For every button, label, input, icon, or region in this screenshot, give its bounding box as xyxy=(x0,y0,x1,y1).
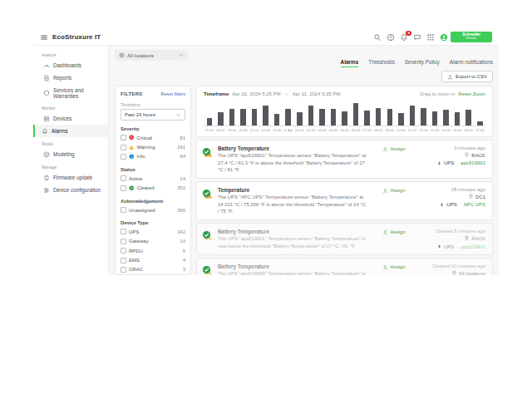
chart-bar[interactable] xyxy=(477,121,483,126)
chart-bar[interactable] xyxy=(353,103,359,126)
chart-bar[interactable] xyxy=(207,118,213,126)
filter-option-ems[interactable]: EMS 4 xyxy=(121,255,185,264)
reset-zoom-link[interactable]: Reset Zoom xyxy=(458,91,485,96)
chart-bar[interactable] xyxy=(252,109,258,126)
chart-bar[interactable] xyxy=(466,110,471,126)
filter-option-active[interactable]: Active 14 xyxy=(121,174,185,183)
chart-bar[interactable] xyxy=(387,109,393,126)
sidebar-item-alarms[interactable]: Alarms xyxy=(33,125,108,137)
alarm-location-row[interactable]: All locations xyxy=(451,270,485,275)
sidebar-item-reports[interactable]: Reports xyxy=(33,71,108,84)
x-axis-tick-label: 01:00 xyxy=(294,128,306,132)
chart-bar[interactable] xyxy=(240,109,246,126)
sidebar-item-device-configuration[interactable]: Device configuration xyxy=(33,184,108,196)
sidebar-item-modeling[interactable]: Modeling xyxy=(33,148,108,160)
tab-severity-policy[interactable]: Severity Policy xyxy=(405,59,440,67)
chart-bar[interactable] xyxy=(342,111,347,126)
chart-bar[interactable] xyxy=(285,109,291,126)
checkbox[interactable] xyxy=(121,135,126,140)
x-axis-tick-label: 20:00 xyxy=(238,128,249,132)
filter-option-gateway[interactable]: Gateway 14 xyxy=(121,237,185,246)
filter-group-label: Acknowledgement xyxy=(121,199,185,204)
search-icon xyxy=(373,33,382,42)
chart-bar[interactable] xyxy=(421,108,426,126)
assign-button[interactable]: Assign xyxy=(382,146,406,152)
tab-alarms[interactable]: Alarms xyxy=(341,59,359,67)
filter-option-crac[interactable]: CRAC 3 xyxy=(121,265,185,274)
server-icon xyxy=(43,116,50,122)
alarm-location-row[interactable]: RACK xyxy=(464,152,485,158)
device-link[interactable]: apc619901 xyxy=(461,160,485,165)
schneider-electric-logo[interactable]: Schneider Electric xyxy=(451,32,492,42)
sidebar-section-items: Dashboards Reports Services and Warranti… xyxy=(33,59,108,101)
device-link[interactable]: apc619901 xyxy=(461,244,485,249)
alarm-location: RACK xyxy=(471,236,485,241)
tab-thresholds[interactable]: Thresholds xyxy=(368,59,395,67)
bar-chart[interactable] xyxy=(204,102,485,126)
reset-filters-link[interactable]: Reset filters xyxy=(160,91,185,96)
checkbox[interactable] xyxy=(121,145,126,150)
search-button[interactable] xyxy=(373,33,382,42)
alarm-location-row[interactable]: DC1 xyxy=(468,194,485,200)
chart-bar[interactable] xyxy=(229,109,235,126)
filter-option-ups[interactable]: UPS 342 xyxy=(121,227,185,236)
chart-bar[interactable] xyxy=(274,114,280,126)
checkbox[interactable] xyxy=(121,154,126,160)
filter-option-rpdu[interactable]: RPDU 5 xyxy=(121,246,185,255)
chart-bar[interactable] xyxy=(376,108,382,126)
alarm-location-row[interactable]: RACK xyxy=(464,235,485,241)
chart-bar[interactable] xyxy=(432,111,438,126)
checkbox[interactable] xyxy=(121,185,126,191)
top-row: All locations AlarmsThresholdsSeverity P… xyxy=(115,50,493,67)
help-button[interactable] xyxy=(387,33,395,42)
assign-button[interactable]: Assign xyxy=(382,264,406,270)
filter-option-warning[interactable]: Warning 191 xyxy=(121,142,185,151)
checkbox[interactable] xyxy=(121,248,126,254)
filter-option-info[interactable]: Info 94 xyxy=(121,152,185,161)
chart-bar[interactable] xyxy=(455,112,461,126)
chart-bar[interactable] xyxy=(410,106,416,126)
location-selector[interactable]: All locations xyxy=(115,50,188,61)
menu-icon[interactable] xyxy=(40,33,48,42)
alarm-card[interactable]: Battery Temperature The UPS "apc619905" … xyxy=(196,258,493,275)
avatar-button[interactable] xyxy=(440,33,448,42)
device-link[interactable]: APC UPS xyxy=(464,202,485,207)
chart-bar[interactable] xyxy=(443,110,449,126)
chart-bar[interactable] xyxy=(263,106,268,126)
assign-button[interactable]: Assign xyxy=(382,188,406,194)
alarm-card[interactable]: Battery Temperature The UPS "apc619901" … xyxy=(196,140,493,179)
checkbox[interactable] xyxy=(121,267,126,273)
filter-option-unassigned[interactable]: Unassigned 366 xyxy=(121,205,185,214)
chart-bar[interactable] xyxy=(331,109,337,126)
checkbox[interactable] xyxy=(121,258,126,264)
checkbox[interactable] xyxy=(121,207,126,213)
checkbox[interactable] xyxy=(121,175,126,181)
filter-option-critical[interactable]: Critical 81 xyxy=(121,133,185,142)
sidebar-item-firmware-update[interactable]: Firmware update xyxy=(33,171,108,184)
chart-bar[interactable] xyxy=(319,109,325,126)
feedback-button[interactable] xyxy=(413,33,421,42)
chart-bar[interactable] xyxy=(297,112,303,126)
assign-button[interactable]: Assign xyxy=(382,229,406,235)
checkbox[interactable] xyxy=(121,229,126,234)
filter-option-cleared[interactable]: Cleared 352 xyxy=(121,184,185,193)
chart-bar[interactable] xyxy=(218,112,224,126)
sidebar-item-services-and-warranties[interactable]: Services and Warranties xyxy=(33,84,108,101)
chart-bar[interactable] xyxy=(398,113,404,126)
checkbox[interactable] xyxy=(121,239,126,244)
chart-bar[interactable] xyxy=(308,106,314,126)
x-axis-tick-label: 03:00 xyxy=(317,128,328,132)
alarm-card[interactable]: Temperature The UPS "APC UPS" Temperatur… xyxy=(196,181,493,220)
cleared-check-icon xyxy=(202,147,211,156)
filter-group-options: Critical 81 Warning 191 Info 94 xyxy=(121,133,185,161)
tab-alarm-notifications[interactable]: Alarm notifications xyxy=(450,59,493,67)
timeframe-select[interactable]: Past 24 hours xyxy=(121,109,185,121)
bell-button[interactable]: 4 xyxy=(400,33,408,42)
sidebar-item-dashboards[interactable]: Dashboards xyxy=(33,59,108,71)
sidebar-item-devices[interactable]: Devices xyxy=(33,112,108,125)
x-axis-tick-label: 21:00 xyxy=(249,128,260,132)
export-csv-button[interactable]: Export to CSV xyxy=(441,71,493,82)
alarm-card[interactable]: Battery Temperature The UPS "apc619901" … xyxy=(196,223,493,255)
chart-bar[interactable] xyxy=(364,111,370,126)
apps-button[interactable] xyxy=(426,33,435,42)
